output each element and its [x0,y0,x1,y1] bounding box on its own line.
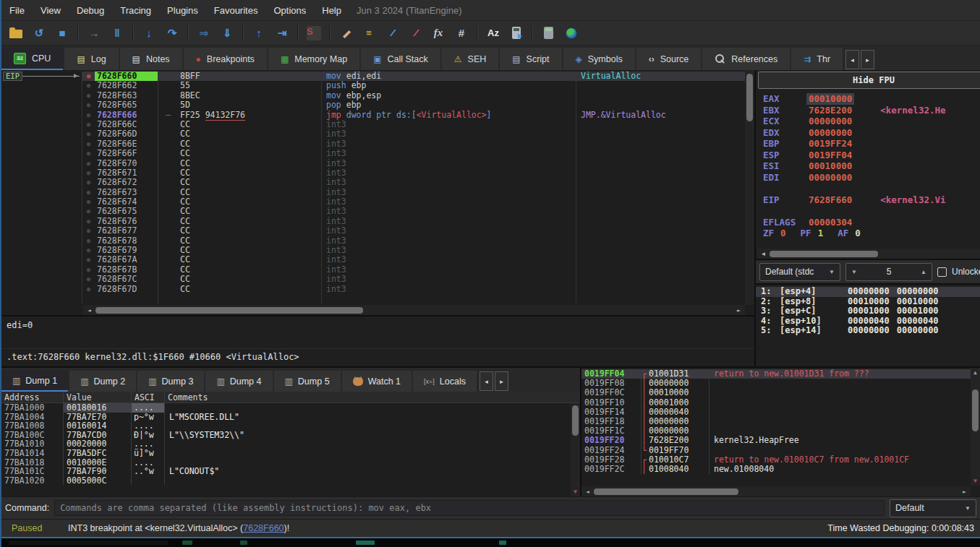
registers-hscrollbar[interactable]: ◄ ► [757,249,980,259]
disasm-row[interactable]: ●7628F670CCint3 [1,159,754,168]
menu-debug[interactable]: Debug [69,5,112,16]
tab-call-stack[interactable]: ▣Call Stack [361,48,440,70]
scroll-thumb[interactable] [770,251,878,257]
disasm-row[interactable] [1,294,754,303]
scroll-right-icon[interactable]: ► [734,307,743,314]
register-row[interactable]: EIP7628F660<kernel32.Vi [756,194,980,206]
tab-notes[interactable]: ▤Notes [120,48,182,70]
dump-tab-scroll-left[interactable]: ◂ [480,371,493,391]
scroll-left-icon[interactable]: ◄ [583,488,592,495]
tab-memory-map[interactable]: ▦Memory Map [268,48,359,70]
bp-dot-icon[interactable]: ● [82,100,95,110]
tab-cpu[interactable]: 32CPU [1,48,63,70]
bp-dot-icon[interactable]: ● [82,120,95,129]
scroll-right-icon[interactable]: ► [960,488,969,495]
toolbar-button[interactable]: ▬ [335,24,357,43]
spinner-up-icon[interactable]: ▲ [921,269,926,275]
toolbar-button[interactable]: ∕∕∕ [381,24,403,43]
bp-dot-icon[interactable]: ● [82,255,95,264]
toolbar-button[interactable] [561,24,582,43]
tab-locals[interactable]: [x=]Locals [413,371,477,392]
menu-help[interactable]: Help [314,5,349,16]
toolbar-button[interactable]: S [303,24,325,43]
argument-row[interactable]: 5:[esp+14]0000000000000000 [756,326,980,336]
toolbar-button[interactable]: ∕∕∕ [404,24,426,43]
stack-row[interactable]: 0019FF10│00001000 [581,398,980,408]
toolbar-button[interactable]: ↑ [248,24,270,43]
register-row[interactable] [756,183,980,194]
scroll-down-icon[interactable]: ▼ [571,488,580,495]
argument-row[interactable]: 4:[esp+10]0000004000000040 [756,316,980,327]
dump-row[interactable]: 77BA10200005000C [1,476,580,486]
toolbar-button[interactable] [537,24,559,43]
argument-row[interactable]: 1:[esp+4]0000000000000000 [756,287,980,297]
scroll-thumb[interactable] [746,74,753,121]
disasm-hscrollbar[interactable]: ◄ ► [83,305,745,315]
bp-dot-icon[interactable]: ● [82,207,95,216]
tab-seh[interactable]: ⚠SEH [442,48,498,70]
disasm-row[interactable]: ●7628F676CCint3 [1,217,754,226]
disasm-row[interactable]: ●7628F66CCCint3 [1,120,754,129]
disasm-row[interactable]: ●7628F666–FF25 94132F76jmp dword ptr ds:… [1,111,754,120]
dump-row[interactable]: 77BA100000180016.... [1,403,580,413]
menu-view[interactable]: View [33,5,69,16]
menu-tracing[interactable]: Tracing [112,5,159,16]
bp-dot-icon[interactable]: ● [82,168,95,178]
dump-row[interactable]: 77BA100800160014.... [1,421,580,431]
tab-dump-3[interactable]: ▥Dump 3 [137,371,204,392]
disasm-row[interactable]: ●7628F66ECCint3 [1,139,754,149]
bp-dot-icon[interactable]: ● [82,91,95,100]
bp-dot-icon[interactable]: ● [82,275,95,284]
toolbar-button[interactable]: ⇒ [193,24,215,43]
toolbar-button[interactable]: # [451,24,472,43]
toolbar-button[interactable]: ↺ [28,24,50,43]
tab-scroll-right[interactable]: ▸ [861,50,874,69]
argument-row[interactable]: 3:[esp+C]0000100000001000 [756,306,980,316]
bp-dot-icon[interactable]: ● [82,188,95,197]
register-row[interactable] [756,205,980,217]
register-row[interactable]: ECX00000000 [756,116,980,127]
toolbar-button[interactable]: ↓ [138,24,160,43]
stack-vscrollbar[interactable]: ▲ ▼ [971,368,980,486]
menu-file[interactable]: File [1,5,33,16]
disasm-row[interactable]: ●7628F677CCint3 [1,226,754,236]
tab-thr[interactable]: ⇉Thr [791,48,843,70]
column-header[interactable]: Address [1,392,64,402]
disasm-row[interactable]: ●7628F66255push ebp [1,81,754,90]
menu-options[interactable]: Options [265,5,314,16]
bp-dot-icon[interactable] [82,294,95,303]
tab-dump-5[interactable]: ▥Dump 5 [274,371,341,392]
column-header[interactable]: Value [64,392,132,402]
stack-row[interactable]: 0019FF14│00000040 [581,408,980,417]
disasm-row[interactable]: ●7628F672CCint3 [1,178,754,187]
tab-watch-1[interactable]: Watch 1 [342,371,412,392]
tab-script[interactable]: ▤Script [500,48,561,70]
disasm-row[interactable]: ●7628F67BCCint3 [1,265,754,275]
toolbar-button[interactable]: ⇓ [216,24,238,43]
bp-dot-icon[interactable]: ● [82,81,95,90]
command-profile-dropdown[interactable]: Default ▼ [890,499,976,517]
bp-dot-icon[interactable]: ● [82,236,95,246]
scroll-thumb[interactable] [572,405,579,436]
register-row[interactable]: ZF0PF1AF0 [756,228,980,239]
stack-hscrollbar[interactable]: ◄ ► [581,486,971,496]
argument-row[interactable]: 2:[esp+8]0001000000010000 [756,297,980,307]
dump-tab-scroll-right[interactable]: ▸ [495,371,508,391]
disasm-row[interactable]: ●7628F67DCCint3 [1,285,754,294]
registers-view[interactable]: EAX00010000EBX7628E200<kernel32.HeECX000… [756,90,980,249]
menu-plugins[interactable]: Plugins [159,5,206,16]
spinner-down-icon[interactable]: ▼ [851,269,857,275]
unlocked-checkbox[interactable] [937,267,947,277]
toolbar-button[interactable]: ■ [51,24,73,43]
dump-view[interactable]: AddressValueASCIComments 77BA10000018001… [1,392,580,496]
bp-dot-icon[interactable]: ● [82,159,95,168]
tab-dump-1[interactable]: ▥Dump 1 [1,371,68,392]
disasm-row[interactable]: ●7628F679CCint3 [1,246,754,255]
scroll-thumb[interactable] [972,389,979,431]
toolbar-button[interactable] [506,24,527,43]
tab-references[interactable]: References [702,48,790,70]
stack-row[interactable]: 0019FF0C│00010000 [581,388,980,397]
scroll-thumb[interactable] [95,307,363,314]
bp-dot-icon[interactable]: ● [82,149,95,158]
disasm-row[interactable]: EIP●7628F6608BFFmov edi,ediVirtualAlloc [1,72,754,81]
